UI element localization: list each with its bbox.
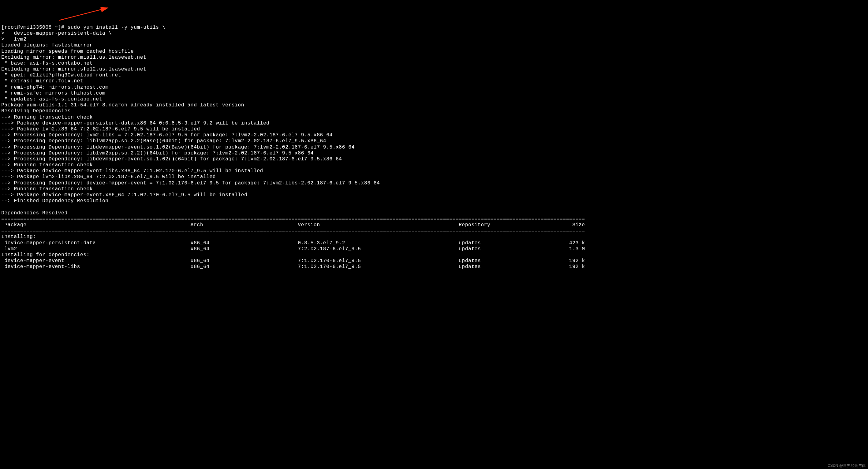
prompt-line-3: > lvm2: [1, 36, 867, 42]
prompt-line-2: > device-mapper-persistent-data \: [1, 31, 867, 36]
dependency-table: ========================================…: [1, 216, 867, 270]
annotation-arrow-icon: [56, 6, 113, 22]
output-block: Loaded plugins: fastestmirror Loading mi…: [1, 42, 867, 216]
prompt-line-1: [root@vmi1335008 ~]# sudo yum install -y…: [1, 25, 867, 31]
terminal-output[interactable]: [root@vmi1335008 ~]# sudo yum install -y…: [1, 25, 867, 270]
svg-line-1: [59, 8, 108, 20]
